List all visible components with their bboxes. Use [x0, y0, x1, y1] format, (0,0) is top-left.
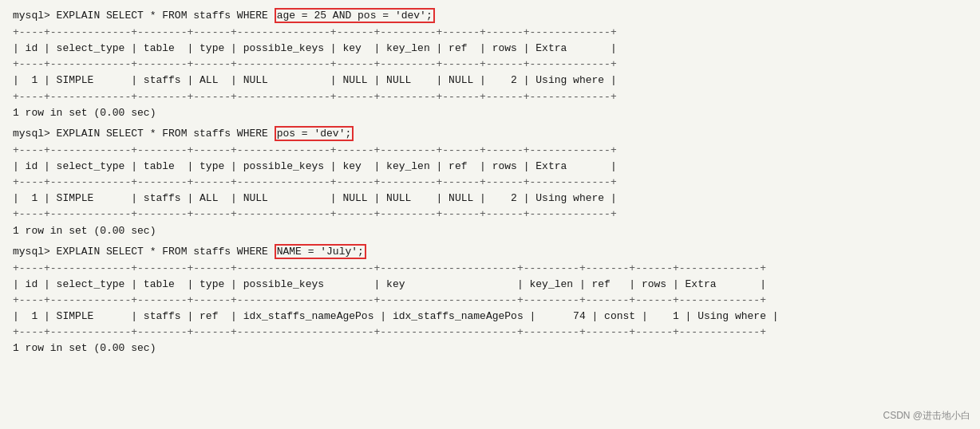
header-3: | id | select_type | table | type | poss…: [13, 277, 967, 293]
prompt-3: mysql> EXPLAIN SELECT * FROM staffs WHER…: [13, 246, 275, 258]
command-line-3: mysql> EXPLAIN SELECT * FROM staffs WHER…: [13, 244, 967, 259]
command-line-2: mysql> EXPLAIN SELECT * FROM staffs WHER…: [13, 126, 967, 141]
data-3: | 1 | SIMPLE | staffs | ref | idx_staffs…: [13, 309, 967, 325]
highlight-3: NAME = 'July';: [275, 244, 366, 259]
prompt-1: mysql> EXPLAIN SELECT * FROM staffs WHER…: [13, 10, 275, 22]
divider-2a: +----+-------------+--------+------+----…: [13, 143, 967, 159]
rowcount-1: 1 row in set (0.00 sec): [13, 105, 967, 121]
rowcount-2: 1 row in set (0.00 sec): [13, 223, 967, 239]
query-block-2: mysql> EXPLAIN SELECT * FROM staffs WHER…: [13, 126, 967, 239]
divider-1a: +----+-------------+--------+------+----…: [13, 25, 967, 41]
divider-3c: +----+-------------+--------+------+----…: [13, 325, 967, 340]
header-1: | id | select_type | table | type | poss…: [13, 41, 967, 57]
divider-2b: +----+-------------+--------+------+----…: [13, 175, 967, 191]
command-line-1: mysql> EXPLAIN SELECT * FROM staffs WHER…: [13, 8, 967, 23]
highlight-2: pos = 'dev';: [275, 126, 354, 141]
divider-1c: +----+-------------+--------+------+----…: [13, 89, 967, 105]
divider-3b: +----+-------------+--------+------+----…: [13, 293, 967, 309]
watermark: CSDN @进击地小白: [883, 409, 970, 423]
header-2: | id | select_type | table | type | poss…: [13, 159, 967, 175]
divider-2c: +----+-------------+--------+------+----…: [13, 207, 967, 222]
rowcount-3: 1 row in set (0.00 sec): [13, 340, 967, 356]
query-block-1: mysql> EXPLAIN SELECT * FROM staffs WHER…: [13, 8, 967, 121]
highlight-1: age = 25 AND pos = 'dev';: [275, 8, 435, 23]
data-2: | 1 | SIMPLE | staffs | ALL | NULL | NUL…: [13, 191, 967, 207]
divider-1b: +----+-------------+--------+------+----…: [13, 57, 967, 73]
query-block-3: mysql> EXPLAIN SELECT * FROM staffs WHER…: [13, 244, 967, 357]
terminal-container: mysql> EXPLAIN SELECT * FROM staffs WHER…: [0, 0, 980, 429]
data-1: | 1 | SIMPLE | staffs | ALL | NULL | NUL…: [13, 73, 967, 89]
prompt-2: mysql> EXPLAIN SELECT * FROM staffs WHER…: [13, 128, 275, 140]
divider-3a: +----+-------------+--------+------+----…: [13, 261, 967, 277]
